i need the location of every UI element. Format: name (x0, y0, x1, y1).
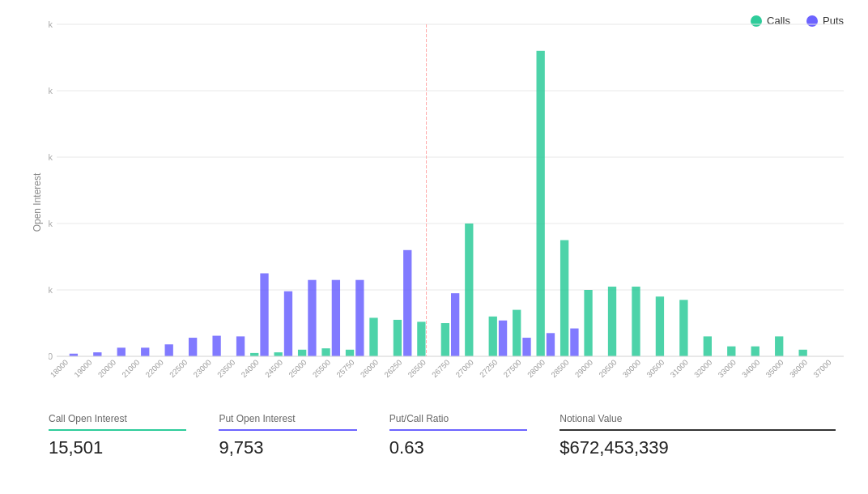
notional-label: Notional Value (560, 413, 836, 431)
svg-rect-24 (284, 292, 292, 356)
main-chart-svg[interactable]: 01k2k3k4k5k18000190002000021000220002250… (49, 16, 852, 389)
ratio-label: Put/Call Ratio (389, 413, 527, 431)
call-oi-label: Call Open Interest (49, 413, 186, 431)
svg-text:0: 0 (49, 351, 53, 361)
stat-call-oi: Call Open Interest 15,501 (49, 413, 202, 458)
svg-text:26500: 26500 (406, 358, 427, 379)
svg-text:22000: 22000 (143, 358, 164, 379)
svg-text:25750: 25750 (334, 358, 355, 379)
svg-rect-53 (751, 347, 760, 356)
svg-text:23500: 23500 (215, 358, 236, 379)
svg-rect-16 (141, 347, 149, 356)
svg-rect-35 (441, 323, 449, 356)
chart-container: Calls Puts Open Interest 01k2k3k4k5k1800… (0, 0, 868, 494)
notional-value: $672,453,339 (560, 437, 836, 458)
svg-text:2k: 2k (49, 219, 53, 228)
svg-text:35000: 35000 (764, 358, 785, 379)
svg-text:25000: 25000 (287, 358, 308, 379)
svg-rect-32 (394, 320, 402, 356)
svg-rect-30 (355, 280, 364, 356)
put-oi-value: 9,753 (219, 437, 356, 458)
svg-text:23000: 23000 (191, 358, 212, 379)
svg-text:26750: 26750 (430, 358, 451, 379)
svg-rect-34 (417, 322, 425, 356)
svg-rect-37 (465, 224, 473, 356)
svg-rect-43 (547, 333, 555, 356)
svg-text:27250: 27250 (478, 358, 499, 379)
svg-text:29500: 29500 (597, 358, 618, 379)
svg-text:32000: 32000 (692, 358, 713, 379)
svg-rect-29 (346, 350, 354, 356)
svg-rect-38 (489, 317, 497, 356)
svg-text:20000: 20000 (96, 358, 117, 379)
svg-rect-33 (403, 250, 411, 356)
svg-text:36000: 36000 (788, 358, 809, 379)
stats-row: Call Open Interest 15,501 Put Open Inter… (49, 405, 852, 494)
svg-text:30000: 30000 (621, 358, 642, 379)
svg-rect-28 (332, 280, 340, 356)
svg-rect-23 (274, 352, 283, 356)
svg-rect-15 (117, 347, 126, 356)
svg-text:3k: 3k (49, 152, 53, 162)
svg-text:22500: 22500 (168, 358, 189, 379)
svg-text:28500: 28500 (549, 358, 570, 379)
svg-rect-18 (189, 338, 197, 356)
svg-rect-42 (537, 51, 545, 356)
svg-rect-51 (704, 336, 712, 356)
stat-put-oi: Put Open Interest 9,753 (202, 413, 372, 458)
svg-rect-21 (250, 353, 258, 356)
svg-rect-27 (321, 348, 330, 356)
svg-rect-26 (308, 280, 316, 356)
svg-rect-54 (775, 336, 783, 356)
call-oi-value: 15,501 (49, 437, 186, 458)
svg-text:24000: 24000 (239, 358, 260, 379)
svg-rect-25 (298, 350, 306, 356)
y-axis-label: Open Interest (32, 173, 43, 232)
svg-text:29000: 29000 (573, 358, 594, 379)
svg-text:1k: 1k (49, 285, 53, 295)
svg-rect-20 (236, 336, 245, 356)
svg-text:4k: 4k (49, 86, 53, 96)
put-oi-label: Put Open Interest (219, 413, 356, 431)
stat-notional: Notional Value $672,453,339 (543, 413, 852, 458)
svg-rect-17 (165, 344, 173, 356)
svg-text:25500: 25500 (311, 358, 332, 379)
svg-text:37000: 37000 (811, 358, 832, 379)
svg-rect-50 (679, 300, 687, 356)
svg-text:28000: 28000 (525, 358, 547, 379)
svg-rect-22 (260, 274, 268, 357)
chart-area[interactable]: Open Interest 01k2k3k4k5k180001900020000… (49, 16, 852, 389)
stat-ratio: Put/Call Ratio 0.63 (373, 413, 543, 458)
svg-rect-31 (369, 317, 377, 356)
svg-text:27000: 27000 (453, 358, 474, 379)
svg-text:33000: 33000 (716, 358, 737, 379)
svg-text:21000: 21000 (120, 358, 141, 379)
svg-rect-45 (570, 329, 578, 356)
svg-rect-47 (608, 287, 616, 356)
svg-text:24500: 24500 (263, 358, 284, 379)
svg-rect-19 (212, 336, 220, 356)
svg-rect-49 (656, 296, 664, 356)
svg-text:19000: 19000 (72, 358, 93, 379)
svg-text:30500: 30500 (645, 358, 666, 379)
ratio-value: 0.63 (389, 437, 527, 458)
svg-rect-14 (93, 352, 101, 356)
svg-text:5k: 5k (49, 19, 53, 29)
svg-rect-46 (584, 290, 592, 356)
svg-rect-48 (632, 287, 640, 356)
svg-text:26250: 26250 (382, 358, 403, 379)
svg-text:26000: 26000 (359, 358, 380, 379)
svg-text:27500: 27500 (501, 358, 522, 379)
svg-rect-44 (560, 241, 568, 357)
svg-text:31000: 31000 (668, 358, 689, 379)
svg-text:34000: 34000 (740, 358, 761, 379)
svg-rect-39 (499, 321, 507, 356)
svg-rect-40 (513, 310, 521, 356)
svg-rect-52 (727, 347, 735, 356)
svg-rect-41 (522, 338, 530, 356)
svg-rect-36 (451, 293, 459, 356)
svg-rect-55 (799, 350, 807, 356)
